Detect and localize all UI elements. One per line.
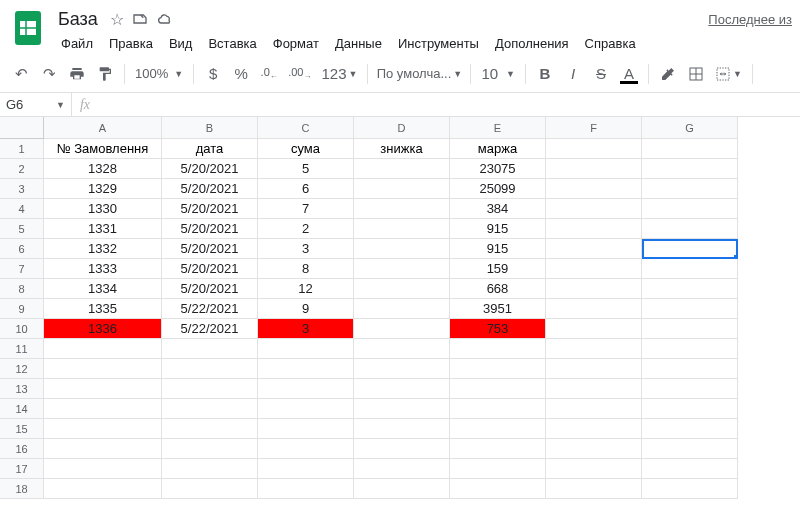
cell-C2[interactable]: 5: [258, 159, 354, 179]
cell-C13[interactable]: [258, 379, 354, 399]
cell-D16[interactable]: [354, 439, 450, 459]
currency-button[interactable]: $: [200, 61, 226, 87]
cell-E8[interactable]: 668: [450, 279, 546, 299]
cell-G3[interactable]: [642, 179, 738, 199]
star-icon[interactable]: ☆: [110, 10, 124, 29]
row-header-13[interactable]: 13: [0, 379, 44, 399]
select-all-corner[interactable]: [0, 117, 44, 139]
cell-D5[interactable]: [354, 219, 450, 239]
font-select[interactable]: По умолча...▼: [374, 61, 464, 87]
cell-G4[interactable]: [642, 199, 738, 219]
cell-F17[interactable]: [546, 459, 642, 479]
cell-E17[interactable]: [450, 459, 546, 479]
cell-F1[interactable]: [546, 139, 642, 159]
cell-C1[interactable]: сума: [258, 139, 354, 159]
cell-E13[interactable]: [450, 379, 546, 399]
fill-color-button[interactable]: [655, 61, 681, 87]
menu-правка[interactable]: Правка: [102, 32, 160, 55]
cell-A12[interactable]: [44, 359, 162, 379]
cell-B7[interactable]: 5/20/2021: [162, 259, 258, 279]
cell-D12[interactable]: [354, 359, 450, 379]
row-header-4[interactable]: 4: [0, 199, 44, 219]
row-header-12[interactable]: 12: [0, 359, 44, 379]
cell-E14[interactable]: [450, 399, 546, 419]
last-edit-link[interactable]: Последнее из: [700, 8, 792, 27]
cell-F12[interactable]: [546, 359, 642, 379]
row-header-16[interactable]: 16: [0, 439, 44, 459]
cell-G5[interactable]: [642, 219, 738, 239]
cell-A11[interactable]: [44, 339, 162, 359]
col-header-F[interactable]: F: [546, 117, 642, 139]
cell-B11[interactable]: [162, 339, 258, 359]
cell-F13[interactable]: [546, 379, 642, 399]
cell-A14[interactable]: [44, 399, 162, 419]
cell-D15[interactable]: [354, 419, 450, 439]
cell-D6[interactable]: [354, 239, 450, 259]
cell-E4[interactable]: 384: [450, 199, 546, 219]
row-header-14[interactable]: 14: [0, 399, 44, 419]
formula-bar-input[interactable]: [98, 93, 800, 116]
col-header-A[interactable]: A: [44, 117, 162, 139]
cell-A15[interactable]: [44, 419, 162, 439]
cell-G12[interactable]: [642, 359, 738, 379]
cell-F2[interactable]: [546, 159, 642, 179]
cell-D14[interactable]: [354, 399, 450, 419]
cell-B10[interactable]: 5/22/2021: [162, 319, 258, 339]
cell-F7[interactable]: [546, 259, 642, 279]
cell-G8[interactable]: [642, 279, 738, 299]
undo-button[interactable]: ↶: [8, 61, 34, 87]
number-format-select[interactable]: 123▼: [317, 61, 361, 87]
cell-D18[interactable]: [354, 479, 450, 499]
cell-A10[interactable]: 1336: [44, 319, 162, 339]
row-header-1[interactable]: 1: [0, 139, 44, 159]
cell-E2[interactable]: 23075: [450, 159, 546, 179]
cell-B3[interactable]: 5/20/2021: [162, 179, 258, 199]
cell-C14[interactable]: [258, 399, 354, 419]
cell-C8[interactable]: 12: [258, 279, 354, 299]
zoom-select[interactable]: 100%▼: [131, 61, 187, 87]
cell-E5[interactable]: 915: [450, 219, 546, 239]
cell-F18[interactable]: [546, 479, 642, 499]
borders-button[interactable]: [683, 61, 709, 87]
cell-C5[interactable]: 2: [258, 219, 354, 239]
cell-A4[interactable]: 1330: [44, 199, 162, 219]
cell-C16[interactable]: [258, 439, 354, 459]
cell-F4[interactable]: [546, 199, 642, 219]
cell-G10[interactable]: [642, 319, 738, 339]
row-header-17[interactable]: 17: [0, 459, 44, 479]
row-header-5[interactable]: 5: [0, 219, 44, 239]
cell-F11[interactable]: [546, 339, 642, 359]
row-header-6[interactable]: 6: [0, 239, 44, 259]
cloud-icon[interactable]: [156, 11, 174, 27]
cell-E16[interactable]: [450, 439, 546, 459]
menu-данные[interactable]: Данные: [328, 32, 389, 55]
cell-A6[interactable]: 1332: [44, 239, 162, 259]
cell-E18[interactable]: [450, 479, 546, 499]
cell-D17[interactable]: [354, 459, 450, 479]
cell-G2[interactable]: [642, 159, 738, 179]
bold-button[interactable]: B: [532, 61, 558, 87]
cell-C18[interactable]: [258, 479, 354, 499]
cell-G16[interactable]: [642, 439, 738, 459]
cell-D8[interactable]: [354, 279, 450, 299]
cell-B2[interactable]: 5/20/2021: [162, 159, 258, 179]
cell-A18[interactable]: [44, 479, 162, 499]
font-size-select[interactable]: 10▼: [477, 61, 519, 87]
cell-G18[interactable]: [642, 479, 738, 499]
cell-E7[interactable]: 159: [450, 259, 546, 279]
decrease-decimal-button[interactable]: .0←: [256, 61, 282, 87]
cell-C3[interactable]: 6: [258, 179, 354, 199]
col-header-D[interactable]: D: [354, 117, 450, 139]
menu-справка[interactable]: Справка: [578, 32, 643, 55]
name-box[interactable]: G6: [0, 97, 50, 112]
row-header-15[interactable]: 15: [0, 419, 44, 439]
name-box-dropdown[interactable]: ▼: [50, 93, 72, 116]
cell-B4[interactable]: 5/20/2021: [162, 199, 258, 219]
cell-C15[interactable]: [258, 419, 354, 439]
cell-G1[interactable]: [642, 139, 738, 159]
menu-файл[interactable]: Файл: [54, 32, 100, 55]
cell-G6[interactable]: [642, 239, 738, 259]
cell-C7[interactable]: 8: [258, 259, 354, 279]
cell-B14[interactable]: [162, 399, 258, 419]
cell-F15[interactable]: [546, 419, 642, 439]
